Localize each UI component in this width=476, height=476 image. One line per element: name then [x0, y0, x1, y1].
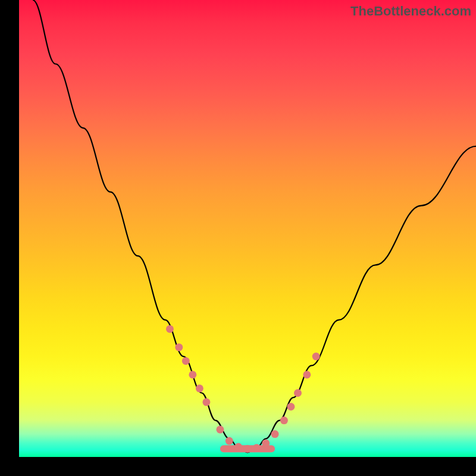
svg-point-5 — [196, 384, 203, 392]
svg-point-6 — [202, 398, 210, 406]
svg-point-7 — [216, 425, 224, 433]
svg-point-3 — [182, 357, 190, 365]
highlight-markers — [166, 325, 320, 452]
left-black-strip — [0, 0, 19, 476]
svg-point-8 — [226, 437, 233, 445]
svg-point-1 — [166, 325, 174, 333]
svg-point-13 — [271, 430, 279, 438]
svg-point-11 — [253, 444, 261, 452]
svg-point-10 — [244, 445, 252, 453]
svg-point-12 — [262, 439, 270, 447]
watermark: TheBottleneck.com — [350, 4, 471, 19]
bottleneck-curve-svg — [19, 0, 476, 457]
svg-point-4 — [189, 371, 196, 378]
svg-point-2 — [175, 343, 183, 351]
svg-point-17 — [303, 371, 311, 378]
svg-point-14 — [280, 416, 288, 424]
svg-point-9 — [234, 443, 242, 451]
svg-point-16 — [294, 389, 302, 397]
chart-area — [19, 0, 476, 457]
svg-point-15 — [287, 403, 295, 411]
bottleneck-curve — [33, 0, 476, 452]
bottom-black-strip — [0, 457, 476, 476]
svg-point-18 — [312, 353, 320, 361]
